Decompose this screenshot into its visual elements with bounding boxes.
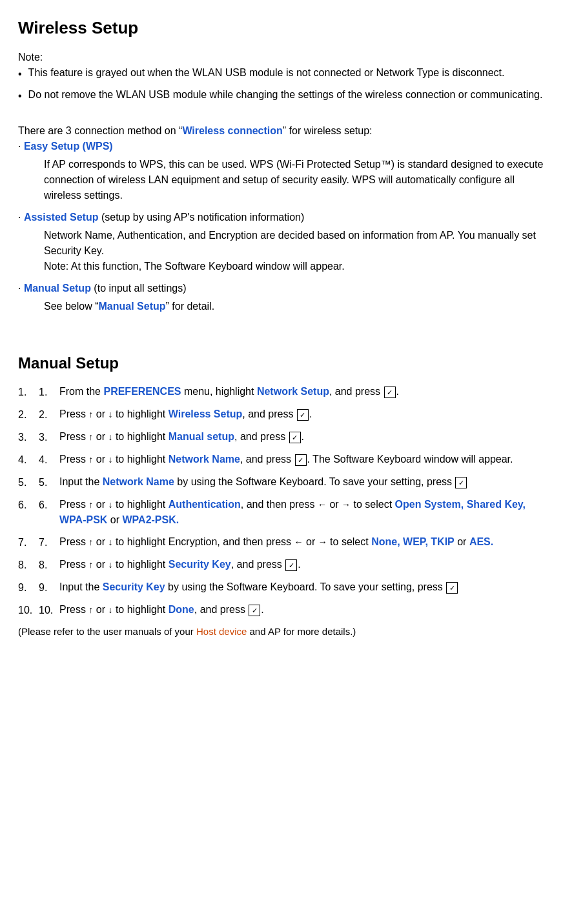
step-item: 1.From the PREFERENCES menu, highlight N… <box>18 384 545 400</box>
step-item: 7.Press ↑ or ↓ to highlight Encryption, … <box>18 534 545 550</box>
arrow-right-icon: → <box>318 536 327 549</box>
manual-setup-label[interactable]: Manual Setup <box>24 283 91 294</box>
step-number: 7. <box>39 534 59 550</box>
method-manual-setup: · Manual Setup (to input all settings) S… <box>18 281 545 314</box>
easy-setup-body: If AP corresponds to WPS, this can be us… <box>44 157 545 203</box>
intro-paragraph: There are 3 connection method on “Wirele… <box>18 123 545 139</box>
ok-button-icon: ✓ <box>249 605 260 616</box>
arrow-up-icon: ↑ <box>88 430 93 444</box>
step-number: 6. <box>39 497 59 513</box>
step-content: Press ↑ or ↓ to highlight Encryption, an… <box>59 534 545 550</box>
assisted-setup-suffix: (setup by using AP's notification inform… <box>98 212 304 223</box>
step-highlight: Security Key <box>169 559 231 570</box>
easy-setup-label[interactable]: Easy Setup (WPS) <box>24 141 113 152</box>
assisted-setup-label[interactable]: Assisted Setup <box>24 212 99 223</box>
step-highlight: WPA2-PSK. <box>123 514 179 525</box>
arrow-up-icon: ↑ <box>88 536 93 549</box>
arrow-right-icon: → <box>342 498 351 512</box>
note-text-2: Do not remove the WLAN USB module while … <box>28 87 543 103</box>
step-content: Press ↑ or ↓ to highlight Wireless Setup… <box>59 407 545 422</box>
easy-setup-header: · Easy Setup (WPS) <box>18 139 545 154</box>
step-highlight: PREFERENCES <box>103 386 181 397</box>
assisted-setup-text-2: Note: At this function, The Software Key… <box>44 259 545 274</box>
steps-list: 1.From the PREFERENCES menu, highlight N… <box>18 384 545 618</box>
bullet-icon: • <box>18 66 22 82</box>
step-number: 1. <box>39 384 59 400</box>
assisted-setup-bullet: · <box>18 212 24 223</box>
step-item: 2.Press ↑ or ↓ to highlight Wireless Set… <box>18 407 545 423</box>
arrow-down-icon: ↓ <box>108 558 112 572</box>
manual-setup-see-below: See below “Manual Setup” for detail. <box>44 299 545 314</box>
ok-button-icon: ✓ <box>285 559 297 571</box>
arrow-up-icon: ↑ <box>88 603 93 617</box>
step-content: Input the Security Key by using the Soft… <box>59 579 545 595</box>
step-highlight: Network Name <box>103 476 174 487</box>
ok-button-icon: ✓ <box>289 432 301 443</box>
arrow-left-icon: ← <box>294 536 303 549</box>
step-highlight: Security Key <box>103 581 165 592</box>
step-content: Press ↑ or ↓ to highlight Manual setup, … <box>59 429 545 445</box>
manual-setup-body: See below “Manual Setup” for detail. <box>44 299 545 314</box>
step-highlight: Done <box>169 604 194 615</box>
bullet-icon: • <box>18 88 22 104</box>
ok-button-icon: ✓ <box>446 582 458 594</box>
step-item: 6.Press ↑ or ↓ to highlight Authenticati… <box>18 497 545 528</box>
step-content: Press ↑ or ↓ to highlight Done, and pres… <box>59 602 545 618</box>
step-highlight: Authentication <box>169 499 241 510</box>
manual-setup-title: Manual Setup <box>18 352 545 375</box>
step-number: 5. <box>39 474 59 490</box>
note-label: Note: <box>18 50 545 65</box>
step-item: 9.Input the Security Key by using the So… <box>18 579 545 596</box>
ok-button-icon: ✓ <box>297 409 309 421</box>
host-device-highlight: Host device <box>196 626 247 637</box>
list-item: • This feature is grayed out when the WL… <box>18 65 545 82</box>
notes-list: • This feature is grayed out when the WL… <box>18 65 545 104</box>
wireless-connection-link[interactable]: Wireless connection <box>182 125 282 136</box>
footer-note: (Please refer to the user manuals of you… <box>18 625 545 639</box>
assisted-setup-header: · Assisted Setup (setup by using AP's no… <box>18 210 545 225</box>
step-item: 5.Input the Network Name by using the So… <box>18 474 545 490</box>
arrow-up-icon: ↑ <box>88 453 93 467</box>
intro-text-before: There are 3 connection method on “ <box>18 125 182 136</box>
step-highlight: Manual setup <box>169 431 234 442</box>
step-number: 10. <box>39 602 59 618</box>
step-content: Input the Network Name by using the Soft… <box>59 474 545 490</box>
step-number: 2. <box>39 407 59 423</box>
manual-setup-link[interactable]: Manual Setup <box>99 301 166 312</box>
step-content: From the PREFERENCES menu, highlight Net… <box>59 384 545 399</box>
step-highlight: Wireless Setup <box>169 408 243 419</box>
step-highlight: None, WEP, TKIP <box>371 536 455 547</box>
manual-setup-bullet: · <box>18 283 24 294</box>
arrow-down-icon: ↓ <box>108 453 112 467</box>
step-highlight: AES. <box>469 536 493 547</box>
note-text-1: This feature is grayed out when the WLAN… <box>28 65 505 81</box>
step-item: 3.Press ↑ or ↓ to highlight Manual setup… <box>18 429 545 445</box>
arrow-up-icon: ↑ <box>88 498 93 512</box>
step-highlight: Network Setup <box>257 386 329 397</box>
method-assisted-setup: · Assisted Setup (setup by using AP's no… <box>18 210 545 274</box>
step-item: 10.Press ↑ or ↓ to highlight Done, and p… <box>18 602 545 618</box>
list-item: • Do not remove the WLAN USB module whil… <box>18 87 545 104</box>
step-number: 3. <box>39 429 59 445</box>
intro-text-after: ” for wireless setup: <box>283 125 373 136</box>
arrow-down-icon: ↓ <box>108 536 112 549</box>
step-number: 4. <box>39 452 59 468</box>
arrow-down-icon: ↓ <box>108 603 112 617</box>
step-highlight: Network Name <box>169 454 240 465</box>
step-number: 9. <box>39 579 59 596</box>
arrow-down-icon: ↓ <box>108 498 112 512</box>
arrow-up-icon: ↑ <box>88 558 93 572</box>
step-content: Press ↑ or ↓ to highlight Network Name, … <box>59 452 545 467</box>
connection-methods: · Easy Setup (WPS) If AP corresponds to … <box>18 139 545 314</box>
footer-text-after: and AP for more details.) <box>247 626 356 637</box>
step-number: 8. <box>39 557 59 573</box>
ok-button-icon: ✓ <box>455 477 467 488</box>
assisted-setup-body: Network Name, Authentication, and Encryp… <box>44 228 545 274</box>
arrow-up-icon: ↑ <box>88 408 93 421</box>
page-title: Wireless Setup <box>18 15 545 41</box>
footer-text-before: (Please refer to the user manuals of you… <box>18 626 196 637</box>
easy-setup-text: If AP corresponds to WPS, this can be us… <box>44 157 545 203</box>
step-item: 4.Press ↑ or ↓ to highlight Network Name… <box>18 452 545 468</box>
step-content: Press ↑ or ↓ to highlight Security Key, … <box>59 557 545 572</box>
ok-button-icon: ✓ <box>384 387 396 398</box>
